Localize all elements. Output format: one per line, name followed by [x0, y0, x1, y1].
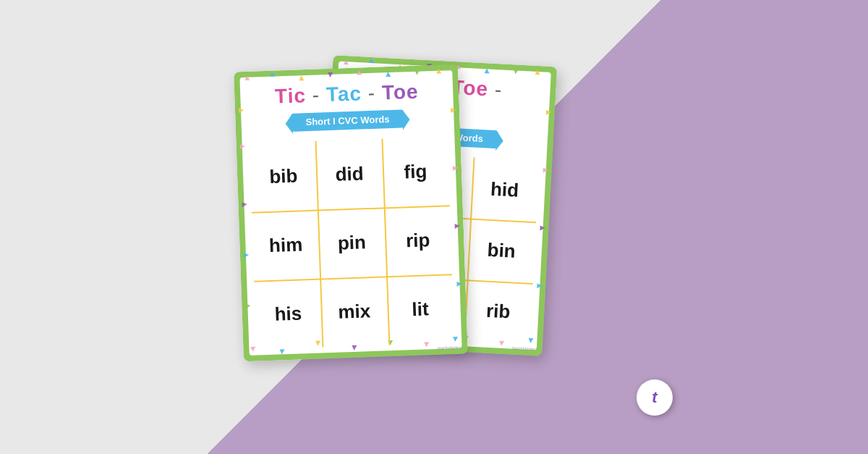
svg-marker-46 [455, 223, 460, 228]
card-front: Tic - Tac - Toe Short I CVC Words bib di… [234, 64, 468, 361]
svg-marker-45 [453, 165, 458, 170]
front-title-tac: Tac [326, 82, 362, 106]
card-front-title: Tic - Tac - Toe [274, 80, 419, 108]
grid-cell-b-2-2: rib [464, 279, 533, 343]
svg-marker-6 [514, 69, 519, 74]
grid-cell-f-0-0: bib [250, 140, 318, 211]
svg-marker-7 [535, 69, 540, 74]
grid-cell-f-1-0: him [252, 209, 320, 280]
svg-marker-24 [244, 75, 250, 80]
grid-cell-f-1-1: pin [318, 207, 386, 278]
cards-container: Tic - Tac - Toe - Tac - Toe Short I CVC … [181, 25, 687, 430]
svg-marker-32 [250, 346, 255, 351]
svg-marker-40 [240, 144, 245, 149]
grid-cell-f-0-1: did [315, 138, 384, 209]
card-front-grid: bib did fig him pin rip his mix lit [250, 136, 455, 349]
svg-marker-22 [540, 225, 545, 230]
front-title-tic: Tic [274, 84, 306, 107]
svg-marker-42 [244, 252, 249, 257]
svg-marker-43 [245, 303, 250, 308]
svg-marker-23 [537, 283, 542, 288]
grid-cell-f-2-2: lit [386, 274, 455, 345]
card-front-border: Tic - Tac - Toe Short I CVC Words bib di… [234, 64, 468, 361]
svg-marker-27 [328, 72, 333, 77]
svg-marker-21 [543, 167, 548, 172]
svg-marker-47 [456, 281, 461, 286]
svg-marker-1 [369, 58, 374, 62]
grid-cell-f-1-2: rip [383, 205, 452, 276]
svg-marker-29 [386, 71, 391, 76]
card-front-inner: Tic - Tac - Toe Short I CVC Words bib di… [239, 70, 461, 355]
grid-cell-b-0-2: hid [470, 157, 540, 222]
svg-marker-30 [414, 70, 420, 75]
svg-marker-20 [546, 109, 551, 114]
card-front-subtitle: Short I CVC Words [291, 109, 404, 131]
grid-cell-f-2-1: mix [320, 276, 388, 347]
svg-marker-26 [299, 75, 304, 80]
svg-marker-33 [280, 349, 285, 354]
svg-marker-25 [270, 72, 275, 76]
grid-cell-b-1-2: bin [467, 218, 536, 282]
svg-marker-41 [242, 202, 247, 207]
watermark-front: teachstarter [438, 345, 461, 350]
svg-marker-28 [357, 70, 362, 75]
front-title-toe: Toe [381, 80, 419, 104]
watermark-back: teachstarter [512, 345, 535, 351]
svg-marker-5 [485, 68, 490, 73]
svg-marker-31 [436, 68, 441, 73]
svg-marker-44 [451, 107, 456, 112]
logo-circle: t [637, 379, 673, 416]
grid-cell-f-0-2: fig [381, 136, 450, 207]
grid-cell-f-2-0: his [254, 278, 323, 349]
svg-marker-39 [239, 108, 244, 113]
logo-icon: t [652, 388, 657, 407]
svg-marker-0 [344, 59, 349, 64]
